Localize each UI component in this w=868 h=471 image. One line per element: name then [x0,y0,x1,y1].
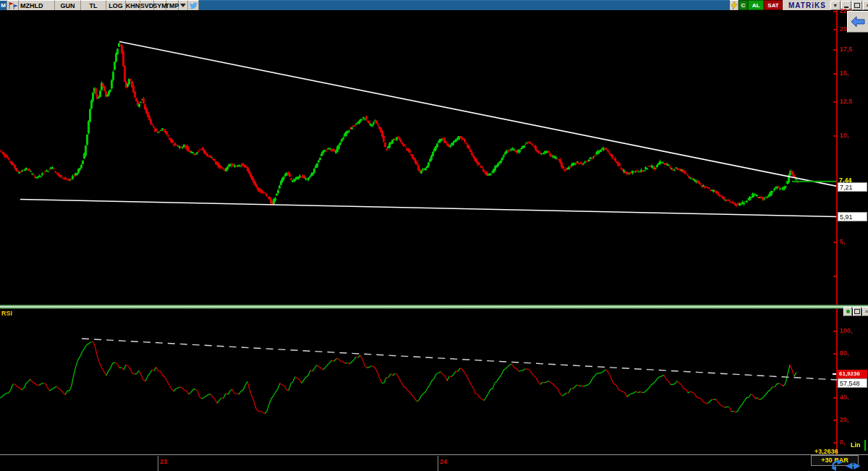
time-axis-tick [438,456,438,471]
axis-tick [833,135,838,137]
matriks-logo: MATRiKS [788,1,826,9]
axis-tick [833,11,838,12]
toolbar-dropdown-button[interactable] [179,0,188,10]
axis-tick-label: 0, [840,438,846,446]
refresh-icon[interactable] [829,459,845,471]
rsi-indicator-label: RSI [1,310,12,317]
back-button[interactable] [847,11,868,33]
window-titlebar[interactable] [199,0,730,10]
toolbar-button-svd[interactable]: SVD [140,0,154,10]
rsi-chart-canvas[interactable] [0,309,837,454]
rsi-trendline-value-label: 57,548 [838,378,867,388]
sell-button[interactable]: SAT [764,0,783,10]
toolbar-button-sym[interactable]: SYM [154,0,166,10]
time-axis-label: 24 [440,458,447,465]
axis-tick [833,73,838,75]
toolbar: M MZHLD GUN TL LOG KHN SVD SYM TMP C AL … [0,0,868,10]
axis-tick-label: 20, [840,416,849,423]
axis-tick-label: 12,5 [840,98,853,105]
support-trendline-price-label: 5,91 [838,212,867,221]
c-button[interactable]: C [739,0,748,10]
back-arrow-icon [851,16,865,27]
toolbar-button-khn[interactable]: KHN [126,0,140,10]
price-axis[interactable]: 22,520,17,515,12,510,5, [837,10,868,305]
time-axis-label: 23 [160,458,167,465]
window-close-button[interactable]: × [863,1,868,10]
axis-tick-label: 40, [840,394,849,401]
brand-zone: MATRiKS ▼ × [783,0,868,10]
toolbar-button-period[interactable]: GUN [55,0,81,10]
restore-icon [854,3,860,8]
axis-tick [833,101,838,103]
toolbar-button-tmp[interactable]: TMP [166,0,179,10]
scroll-left-button[interactable]: ◀ [846,461,854,470]
axis-tick-label: 10, [840,132,849,139]
scroll-right-button[interactable]: ▶ [854,461,861,470]
window-dropdown-button[interactable]: ▼ [830,1,841,10]
axis-tick [833,397,838,399]
axis-tick-label: 17,5 [840,46,853,53]
symbol-label[interactable]: MZHLD [19,0,55,10]
axis-tick [833,49,838,51]
price-chart-canvas[interactable] [0,10,837,305]
time-axis-tick [158,456,158,471]
chevron-down-icon [180,4,186,7]
axis-tick [833,276,838,277]
axis-tick [833,29,838,30]
green-marker [864,440,866,451]
axis-tick-label: 80, [840,349,849,357]
scroll-arrows: ◀▶ [846,461,861,470]
rsi-scale-label: Lin [851,441,861,449]
app-icon[interactable]: M [0,0,7,10]
axis-tick [833,353,838,355]
resistance-trendline-price-label: 7,21 [838,182,867,192]
flags-icon [7,0,19,10]
axis-tick [833,242,838,243]
axis-tick-label: 5, [840,238,846,245]
buy-button[interactable]: AL [748,0,764,10]
time-axis[interactable]: 2324 [0,454,868,471]
matriks-chart-window: M MZHLD GUN TL LOG KHN SVD SYM TMP C AL … [0,0,868,471]
rsi-value-tick [833,373,836,375]
axis-tick [833,331,838,332]
axis-tick-label: 100, [840,327,853,334]
axis-tick [833,442,838,444]
lightning-icon[interactable] [730,0,739,10]
axis-tick-label: 15, [840,69,849,77]
twitter-icon[interactable] [188,0,199,10]
toolbar-button-currency[interactable]: TL [81,0,106,10]
axis-tick [833,420,838,421]
rsi-current-value-label: 61,9236 [838,370,867,378]
toolbar-button-log-scale[interactable]: LOG [106,0,126,10]
window-restore-button[interactable] [852,1,862,10]
